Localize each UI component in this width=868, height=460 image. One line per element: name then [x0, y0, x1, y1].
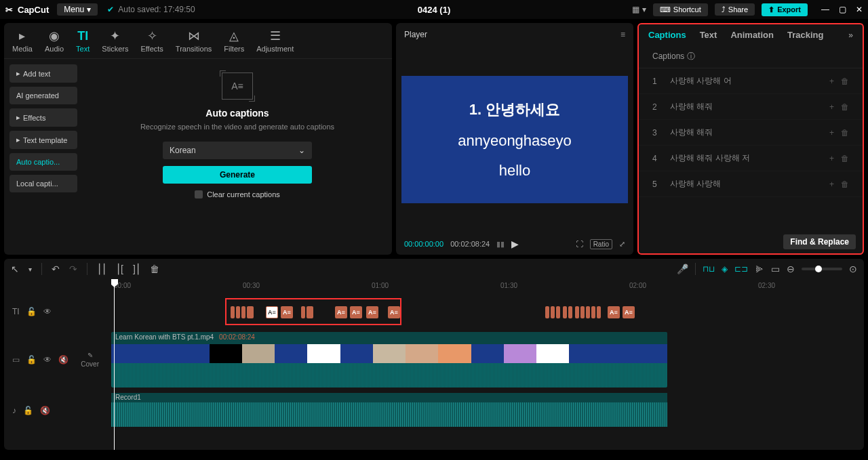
caption-clip[interactable] [247, 306, 254, 318]
tab-audio[interactable]: ◉Audio [45, 28, 64, 53]
audio-track[interactable]: Record1 [111, 390, 864, 431]
delete-icon[interactable]: 🗑 [841, 77, 849, 86]
caption-clip[interactable]: A≡ [350, 306, 362, 318]
play-button[interactable]: ▶ [511, 238, 519, 249]
nav-text-template[interactable]: ▸Text template [9, 131, 77, 149]
zoom-out-icon[interactable]: ⊖ [787, 264, 795, 274]
eye-icon[interactable]: 👁 [43, 355, 52, 364]
delete-tool[interactable]: 🗑 [150, 264, 159, 274]
caption-track[interactable]: A≡ A≡ A≡ A≡ A≡ A≡ A≡ A≡ [111, 294, 864, 329]
caption-clip[interactable] [236, 306, 240, 318]
fullscreen-icon[interactable]: ⤢ [619, 240, 625, 249]
redo-button[interactable]: ↷ [69, 264, 77, 274]
plus-icon[interactable]: + [829, 154, 834, 163]
lock-icon[interactable]: 🔓 [26, 355, 37, 364]
zoom-fit-icon[interactable]: ⊙ [849, 264, 857, 274]
magnet-icon[interactable]: ⊓⊔ [703, 264, 715, 274]
split-tool[interactable]: ⎮⎮ [97, 264, 106, 274]
caption-item[interactable]: 2사랑해 해줘+🗑 [639, 94, 863, 120]
tab-text-props[interactable]: Text [700, 30, 717, 40]
preview-icon[interactable]: ▭ [771, 264, 780, 274]
lock-icon[interactable]: 🔓 [26, 307, 37, 316]
tab-captions[interactable]: Captions [648, 30, 686, 40]
plus-icon[interactable]: + [829, 128, 834, 138]
tab-animation[interactable]: Animation [730, 30, 774, 40]
snap-icon[interactable]: ⊏⊐ [734, 264, 748, 274]
menu-button[interactable]: Menu ▾ [57, 3, 98, 16]
caption-item[interactable]: 1사랑해 사랑해 어+🗑 [639, 68, 863, 94]
caption-clip[interactable] [241, 306, 245, 318]
delete-icon[interactable]: 🗑 [841, 180, 849, 189]
clear-captions-checkbox[interactable]: Clear current captions [195, 190, 280, 198]
caption-clip[interactable] [301, 306, 305, 318]
trim-left-tool[interactable]: ⎮[ [116, 264, 123, 274]
language-select[interactable]: Korean ⌄ [163, 142, 312, 159]
caption-item[interactable]: 3사랑해 해줘+🗑 [639, 120, 863, 146]
scan-icon[interactable]: ⛶ [576, 240, 583, 248]
zoom-slider[interactable] [802, 268, 842, 270]
shortcut-button[interactable]: ⌨Shortcut [653, 3, 708, 16]
tab-text[interactable]: TIText [76, 28, 90, 53]
mic-icon[interactable]: 🎤 [677, 264, 688, 274]
caption-clip[interactable]: A≡ [366, 306, 378, 318]
caption-clip[interactable]: A≡ [281, 306, 293, 318]
caption-clip[interactable]: A≡ [388, 306, 400, 318]
caption-clip[interactable] [591, 306, 595, 318]
minimize-button[interactable]: — [821, 5, 829, 14]
caption-clip[interactable]: A≡ [608, 306, 620, 318]
caption-clip[interactable]: A≡ [335, 306, 347, 318]
cover-button[interactable]: ✎ Cover [81, 352, 99, 368]
cursor-tool[interactable]: ↖ [11, 264, 19, 274]
tab-adjustment[interactable]: ☰Adjustment [256, 28, 294, 53]
trim-right-tool[interactable]: ]⎮ [133, 264, 140, 274]
caption-clip[interactable] [307, 306, 313, 318]
caption-clip[interactable] [586, 306, 590, 318]
nav-auto-captions[interactable]: Auto captio... [9, 153, 77, 171]
document-title[interactable]: 0424 (1) [418, 5, 450, 15]
delete-icon[interactable]: 🗑 [841, 128, 849, 138]
timeline-ruler[interactable]: 00:00 00:30 01:00 01:30 02:00 02:30 [111, 279, 864, 294]
caption-clip[interactable] [568, 306, 572, 318]
tab-tracking[interactable]: Tracking [787, 30, 823, 40]
caption-clip[interactable] [556, 306, 560, 318]
link-icon[interactable]: ◈ [722, 264, 728, 274]
delete-icon[interactable]: 🗑 [841, 154, 849, 163]
columns-icon[interactable]: ▮▮ [496, 240, 505, 249]
caption-clip[interactable] [580, 306, 585, 318]
mute-icon[interactable]: 🔇 [40, 406, 50, 415]
video-clip[interactable]: Learn Korean with BTS pt.1.mp4 00:02:08:… [111, 332, 667, 388]
tab-stickers[interactable]: ✦Stickers [102, 28, 128, 53]
tab-effects[interactable]: ✧Effects [140, 28, 163, 53]
info-icon[interactable]: ⓘ [687, 51, 695, 61]
nav-add-text[interactable]: ▸Add text [9, 64, 77, 83]
export-button[interactable]: ⬆Export [762, 3, 808, 16]
video-viewport[interactable]: 1. 안녕하세요 annyeonghaseyo hello [396, 46, 633, 233]
nav-ai-generated[interactable]: AI generated [9, 87, 77, 104]
maximize-button[interactable]: ▢ [839, 5, 846, 14]
plus-icon[interactable]: + [829, 180, 834, 189]
playhead[interactable] [114, 279, 115, 450]
nav-local-captions[interactable]: Local capti... [9, 175, 77, 192]
close-button[interactable]: ✕ [856, 5, 863, 14]
find-replace-button[interactable]: Find & Replace [783, 234, 856, 249]
delete-icon[interactable]: 🗑 [841, 102, 849, 112]
caption-clip[interactable] [231, 306, 235, 318]
plus-icon[interactable]: + [829, 77, 834, 86]
tab-transitions[interactable]: ⋈Transitions [176, 28, 212, 53]
nav-effects[interactable]: ▸Effects [9, 108, 77, 127]
caption-clip[interactable] [545, 306, 549, 318]
eye-icon[interactable]: 👁 [43, 307, 52, 316]
tab-media[interactable]: ▸Media [12, 28, 33, 53]
menu-icon[interactable]: ≡ [620, 30, 625, 39]
expand-icon[interactable]: » [848, 30, 853, 40]
audio-clip[interactable]: Record1 [111, 393, 667, 427]
lock-icon[interactable]: 🔓 [23, 406, 33, 415]
caption-clip[interactable] [563, 306, 567, 318]
cursor-dropdown-icon[interactable]: ▾ [28, 266, 32, 273]
video-track[interactable]: Learn Korean with BTS pt.1.mp4 00:02:08:… [111, 329, 864, 390]
mute-icon[interactable]: 🔇 [58, 355, 68, 364]
align-icon[interactable]: ⫸ [755, 264, 764, 274]
undo-button[interactable]: ↶ [52, 264, 60, 274]
caption-clip[interactable] [551, 306, 555, 318]
caption-clip[interactable] [575, 306, 579, 318]
